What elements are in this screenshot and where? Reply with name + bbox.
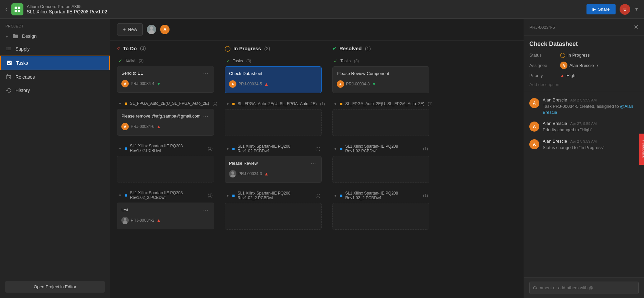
panel-priority-field: Priority ▲ High bbox=[524, 71, 644, 80]
add-description[interactable]: Add description bbox=[524, 80, 644, 89]
priority-icon: ▲ bbox=[156, 124, 161, 129]
todo-group-pcb2-header[interactable]: ▼ ■ SL1 Xilinx Spartan-IIE PQ208 Rev1.02… bbox=[117, 188, 214, 203]
card-footer: A PRJ-00034-8 ▼ bbox=[337, 80, 425, 88]
comment-box bbox=[524, 277, 644, 298]
card-more-button[interactable]: ⋯ bbox=[309, 160, 317, 167]
supply-icon bbox=[5, 46, 12, 52]
assignee-field-value[interactable]: A Alan Brescie ▼ bbox=[560, 62, 599, 69]
sidebar-item-releases[interactable]: Releases bbox=[0, 70, 110, 84]
inprogress-pcb2-file-icon: ■ bbox=[232, 193, 235, 198]
sidebar-item-supply[interactable]: Supply bbox=[0, 42, 110, 56]
sidebar-item-history[interactable]: History bbox=[0, 84, 110, 97]
inprogress-group-fpga-header[interactable]: ▼ ■ SL_FPGA_Auto_2E(U_SL_FPGA_Auto_2E) (… bbox=[225, 98, 322, 109]
card-header: Please Review ⋯ bbox=[229, 160, 317, 167]
card-more-button[interactable]: ⋯ bbox=[309, 71, 317, 77]
empty-area-fpga-inprogress bbox=[225, 109, 322, 136]
card-avatar: A bbox=[121, 80, 129, 87]
activity-feed: A Alan Brescie Apr 27, 9:59 AM Task PRJ-… bbox=[524, 95, 644, 277]
svg-rect-1 bbox=[18, 6, 20, 9]
svg-rect-2 bbox=[15, 9, 17, 12]
resolved-group-tasks-header[interactable]: ✓ Tasks (3) bbox=[332, 56, 429, 66]
card-prj-00034-2[interactable]: test ⋯ PRJ-00034-2 ▲ bbox=[117, 203, 214, 229]
inprogress-group-pcb1-header[interactable]: ▼ ■ SL1 Xilinx Spartan-IIE PQ208 Rev1.02… bbox=[225, 141, 322, 156]
new-button[interactable]: + New bbox=[117, 23, 143, 35]
col-resolved-title: Resolved bbox=[339, 46, 362, 51]
card-header: Check Datasheet ⋯ bbox=[229, 71, 317, 77]
inprogress-group-fpga: ▼ ■ SL_FPGA_Auto_2E(U_SL_FPGA_Auto_2E) (… bbox=[225, 98, 322, 139]
column-todo: ○ To Do (3) ✓ Tasks (3) Send t bbox=[117, 41, 214, 235]
column-inprogress: ◯ In Progress (2) ✓ Tasks (3) bbox=[225, 41, 322, 235]
card-more-button[interactable]: ⋯ bbox=[202, 207, 210, 213]
share-button[interactable]: ▶ Share bbox=[586, 4, 616, 14]
card-prj-00034-5[interactable]: Check Datasheet ⋯ A PRJ-00034-5 ▲ bbox=[225, 66, 322, 93]
project-subtitle: SL1 Xilinx Spartan-IIE PQ208 Rev1.02 bbox=[27, 9, 586, 14]
resolved-group-pcb2-header[interactable]: ▼ ■ SL1 Xilinx Spartan-IIE PQ208 Rev1.02… bbox=[332, 188, 429, 203]
inprogress-tasks-group-icon: ✓ bbox=[226, 58, 230, 64]
plus-icon: + bbox=[123, 26, 126, 32]
resolved-tasks-group-icon: ✓ bbox=[334, 58, 338, 64]
panel-task-title: Check Datasheet bbox=[524, 36, 644, 50]
back-button[interactable]: ‹ bbox=[5, 6, 7, 13]
card-prj-00034-8[interactable]: Please Review Component ⋯ A PRJ-00034-8 … bbox=[332, 66, 429, 93]
resolved-fpga-chevron: ▼ bbox=[334, 102, 337, 106]
comment-input[interactable] bbox=[529, 282, 639, 294]
avatar-user1[interactable] bbox=[147, 25, 156, 34]
todo-group-pcb1-header[interactable]: ▼ ■ SL1 Xilinx Spartan-IIE PQ208 Rev1.02… bbox=[117, 141, 214, 156]
topbar-actions: ▶ Share U ▼ bbox=[586, 4, 639, 15]
sidebar-item-tasks[interactable]: Tasks bbox=[0, 56, 110, 70]
todo-group-pcb1: ▼ ■ SL1 Xilinx Spartan-IIE PQ208 Rev1.02… bbox=[117, 141, 214, 185]
status-field-label: Status bbox=[529, 53, 556, 58]
sidebar-supply-label: Supply bbox=[15, 46, 30, 52]
card-footer: PRJ-00034-3 ▲ bbox=[229, 170, 317, 177]
card-more-button[interactable]: ⋯ bbox=[202, 113, 210, 120]
card-prj-00034-4[interactable]: Send to EE ⋯ A PRJ-00034-4 ▼ bbox=[117, 66, 214, 93]
resolved-group-pcb1-header[interactable]: ▼ ■ SL1 Xilinx Spartan-IIE PQ208 Rev1.02… bbox=[332, 141, 429, 156]
priority-field-label: Priority bbox=[529, 73, 556, 78]
card-avatar: A bbox=[229, 80, 236, 88]
card-more-button[interactable]: ⋯ bbox=[417, 71, 425, 77]
column-resolved-header: ✔ Resolved (1) bbox=[332, 41, 429, 56]
activity-avatar-3: A bbox=[529, 139, 539, 149]
resolved-group-tasks: ✓ Tasks (3) Please Review Component ⋯ A bbox=[332, 56, 429, 96]
inprogress-fpga-chevron: ▼ bbox=[226, 102, 229, 106]
inprogress-group-pcb2-header[interactable]: ▼ ■ SL1 Xilinx Spartan-IIE PQ208 Rev1.02… bbox=[225, 188, 322, 203]
panel-close-button[interactable]: ✕ bbox=[634, 23, 639, 31]
todo-group-tasks-header[interactable]: ✓ Tasks (3) bbox=[117, 55, 214, 66]
card-id: PRJ-00034-3 bbox=[238, 171, 262, 176]
chevron-down-icon[interactable]: ▼ bbox=[634, 7, 639, 12]
sidebar-item-design[interactable]: ► Design bbox=[0, 30, 110, 42]
card-title: Please remove @afg.sampa@gmail.com bbox=[121, 113, 202, 119]
open-project-button[interactable]: Open Project in Editor bbox=[5, 281, 105, 293]
inprogress-fpga-file-icon: ■ bbox=[232, 101, 235, 106]
card-prj-00034-6[interactable]: Please remove @afg.sampa@gmail.com ⋯ A P… bbox=[117, 109, 214, 136]
card-id: PRJ-00034-6 bbox=[131, 124, 154, 129]
status-value: In Progress bbox=[567, 53, 589, 58]
fpga-file-icon: ■ bbox=[124, 101, 127, 106]
resolved-group-fpga-header[interactable]: ▼ ■ SL_FPGA_Auto_2E(U_SL_FPGA_Auto_2E) (… bbox=[332, 98, 429, 109]
feedback-tab[interactable]: Feedback bbox=[639, 134, 644, 165]
todo-group-fpga-header[interactable]: ▼ ■ SL_FPGA_Auto_2E(U_SL_FPGA_Auto_2E) (… bbox=[117, 98, 214, 109]
assignee-avatar: A bbox=[560, 62, 567, 69]
user-avatar[interactable]: U bbox=[620, 4, 630, 15]
card-more-button[interactable]: ⋯ bbox=[202, 70, 210, 77]
activity-time-3: Apr 27, 9:59 AM bbox=[570, 139, 597, 143]
activity-mention-1: @Alan Brescie bbox=[543, 104, 633, 115]
col-inprogress-title: In Progress bbox=[233, 46, 261, 51]
panel-status-field: Status ◯ In Progress bbox=[524, 50, 644, 60]
inprogress-group-tasks-header[interactable]: ✓ Tasks (3) bbox=[225, 56, 322, 66]
panel-task-id: PRJ-00034-5 bbox=[529, 25, 555, 30]
inprogress-group-pcb2: ▼ ■ SL1 Xilinx Spartan-IIE PQ208 Rev1.02… bbox=[225, 188, 322, 232]
resolved-pcb2-chevron: ▼ bbox=[334, 194, 337, 198]
priority-icon: ▼ bbox=[156, 81, 161, 86]
resolved-group-pcb1: ▼ ■ SL1 Xilinx Spartan-IIE PQ208 Rev1.02… bbox=[332, 141, 429, 185]
folder-icon bbox=[12, 33, 19, 40]
svg-rect-3 bbox=[18, 9, 20, 12]
todo-group-tasks: ✓ Tasks (3) Send to EE ⋯ A PRJ-00034- bbox=[117, 55, 214, 95]
card-prj-00034-3[interactable]: Please Review ⋯ PRJ-00034-3 ▲ bbox=[225, 156, 322, 183]
chevron-right-icon: ► bbox=[5, 34, 9, 38]
todo-group-fpga: ▼ ■ SL_FPGA_Auto_2E(U_SL_FPGA_Auto_2E) (… bbox=[117, 98, 214, 138]
card-title: Please Review bbox=[229, 160, 309, 166]
resolved-fpga-file-icon: ■ bbox=[340, 101, 342, 106]
avatar-user2[interactable]: A bbox=[160, 25, 170, 34]
priority-field-value: ▲ High bbox=[560, 73, 575, 78]
